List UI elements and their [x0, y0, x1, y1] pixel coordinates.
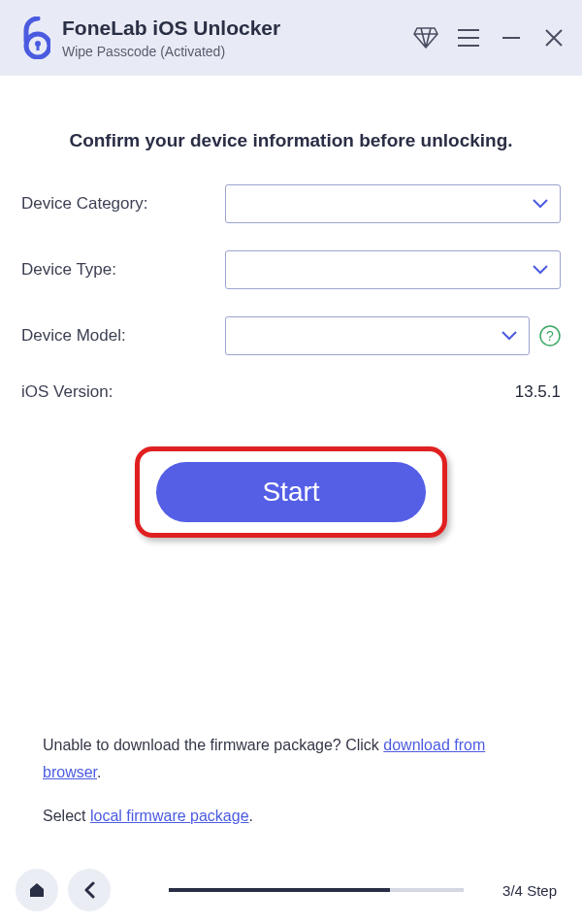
device-type-label: Device Type: [21, 260, 225, 280]
progress-fill [169, 888, 390, 892]
svg-rect-2 [37, 44, 40, 50]
local-firmware-hint: Select local firmware package. [43, 803, 539, 829]
step-label: 3/4 Step [502, 882, 566, 899]
progress-wrap [120, 888, 493, 892]
firmware-download-hint: Unable to download the firmware package?… [43, 732, 539, 784]
progress-bar [169, 888, 464, 892]
device-model-select[interactable] [225, 316, 530, 355]
start-button-label: Start [262, 477, 319, 508]
chevron-down-icon [533, 195, 548, 213]
titlebar-controls [413, 25, 566, 50]
device-category-row: Device Category: [21, 184, 561, 223]
device-category-label: Device Category: [21, 194, 225, 214]
page-heading: Confirm your device information before u… [21, 130, 561, 151]
device-type-select[interactable] [225, 250, 561, 289]
chevron-down-icon [501, 327, 517, 345]
local-firmware-link[interactable]: local firmware package [90, 808, 249, 824]
content: Confirm your device information before u… [0, 130, 582, 538]
help-icon[interactable]: ? [539, 325, 561, 346]
bottom-text: Unable to download the firmware package?… [43, 732, 539, 829]
app-title: FoneLab iOS Unlocker [62, 16, 280, 40]
minimize-icon[interactable] [499, 25, 524, 50]
diamond-icon[interactable] [413, 25, 438, 50]
device-model-label: Device Model: [21, 326, 225, 346]
start-highlight: Start [135, 446, 447, 538]
menu-icon[interactable] [456, 25, 481, 50]
titlebar: FoneLab iOS Unlocker Wipe Passcode (Acti… [0, 0, 582, 76]
ios-version-label: iOS Version: [21, 382, 113, 402]
device-type-row: Device Type: [21, 250, 561, 289]
app-lock-icon [16, 16, 50, 59]
title-text: FoneLab iOS Unlocker Wipe Passcode (Acti… [62, 16, 280, 59]
app-subtitle: Wipe Passcode (Activated) [62, 44, 280, 59]
chevron-down-icon [533, 261, 548, 279]
ios-version-row: iOS Version: 13.5.1 [21, 382, 561, 402]
device-model-row: Device Model: ? [21, 316, 561, 355]
titlebar-left: FoneLab iOS Unlocker Wipe Passcode (Acti… [16, 16, 280, 59]
ios-version-value: 13.5.1 [515, 382, 561, 402]
back-button[interactable] [68, 869, 111, 911]
home-button[interactable] [16, 869, 58, 911]
svg-text:?: ? [546, 328, 554, 344]
start-button[interactable]: Start [156, 462, 426, 522]
device-category-select[interactable] [225, 184, 561, 223]
close-icon[interactable] [541, 25, 566, 50]
footer: 3/4 Step [0, 864, 582, 916]
